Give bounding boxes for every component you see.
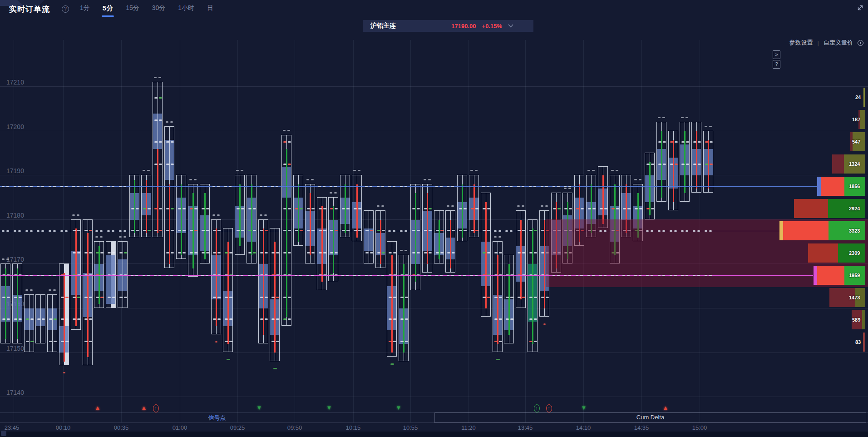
footprint-candle[interactable] [235,175,245,255]
line-volume-text [705,230,707,232]
tab-timeframe-1[interactable]: 5分 [103,4,113,17]
footprint-candle[interactable] [422,184,432,273]
custom-volume-price-button[interactable]: 自定义量价 [824,39,853,47]
footprint-candle[interactable] [469,175,479,237]
delta-text-above [709,126,712,127]
line-volume-text [358,275,360,276]
footprint-candle[interactable] [94,241,104,308]
candle-body-down [87,233,89,357]
footprint-volume-text [681,141,685,143]
signal-marker-sell: ▼ [325,403,333,412]
line-volume-text [365,275,368,276]
line-volume-text [30,230,33,232]
tab-timeframe-3[interactable]: 30分 [152,4,166,17]
footprint-candle[interactable] [691,122,701,193]
tab-timeframe-4[interactable]: 1小时 [178,4,194,17]
footprint-candle[interactable] [399,255,409,361]
param-settings-button[interactable]: 参数设置 [789,39,813,47]
footprint-candle[interactable] [223,228,233,352]
visibility-icon[interactable] [858,40,863,46]
footprint-candle[interactable] [387,241,397,357]
help-icon[interactable]: ? [62,5,69,13]
cum-delta-panel-label[interactable]: Cum Delta [434,414,866,421]
line-volume-text [494,230,497,232]
footprint-candle[interactable] [481,193,491,317]
footprint-candle[interactable] [24,294,34,352]
time-axis-label: 14:10 [576,424,591,431]
footprint-candle[interactable] [59,263,69,365]
footprint-candle[interactable] [445,210,455,273]
footprint-candle[interactable] [375,210,385,268]
footprint-candle[interactable] [176,175,186,259]
footprint-candle[interactable] [141,175,151,237]
footprint-candle[interactable] [200,184,210,264]
expand-icon[interactable] [856,4,864,12]
page-title: 实时订单流 [9,4,50,15]
delta-text-above [587,170,590,171]
footprint-volume-text [89,318,92,320]
footprint-candle[interactable] [164,126,174,268]
footprint-candle[interactable] [340,175,350,237]
footprint-volume-text [623,208,626,209]
footprint-candle[interactable] [352,175,362,241]
candle-body-up [532,228,533,344]
line-volume-text [552,275,555,276]
tab-timeframe-2[interactable]: 15分 [126,4,139,17]
footprint-volume-text [96,297,99,298]
footprint-candle[interactable] [668,131,678,211]
footprint-candle[interactable] [656,122,666,202]
footprint-volume-text [159,141,162,143]
footprint-volume-text [112,252,115,253]
footprint-candle[interactable] [247,175,256,263]
footprint-candle[interactable] [680,122,690,202]
footprint-candle[interactable] [118,241,128,308]
footprint-volume-text [393,252,396,253]
tab-timeframe-0[interactable]: 1分 [80,4,90,17]
footprint-candle[interactable] [493,241,503,352]
hint-button[interactable]: ? [773,60,780,69]
footprint-candle[interactable] [305,184,315,264]
line-volume-text [166,275,168,276]
footprint-volume-text [260,318,263,320]
footprint-candle[interactable] [129,175,139,237]
footprint-volume-text [288,208,291,209]
footprint-candle[interactable] [270,228,280,361]
footprint-candle[interactable] [516,210,526,308]
symbol-selector[interactable]: 沪铅主连 17190.00 +0.15% [363,20,533,32]
line-volume-text [41,275,44,276]
footprint-candle[interactable] [293,175,303,246]
footprint-candle[interactable] [317,197,327,290]
footprint-candle[interactable] [528,219,538,353]
tab-timeframe-5[interactable]: 日 [207,4,213,17]
line-volume-text [627,275,630,276]
footprint-volume-text [182,252,186,253]
footprint-candle[interactable] [598,166,608,228]
line-volume-text [599,275,602,276]
footprint-candle[interactable] [211,219,221,335]
collapse-button[interactable]: > [773,50,780,59]
footprint-candle[interactable] [410,184,420,290]
footprint-candle[interactable] [364,210,374,263]
footprint-candle[interactable] [83,219,93,366]
chart-canvas[interactable]: 1721017200171901718017170171601715017140… [0,0,868,437]
footprint-candle[interactable] [47,294,57,352]
footprint-volume-text [217,297,221,298]
footprint-candle[interactable] [153,82,163,237]
footprint-candle[interactable] [258,219,268,343]
footprint-volume-text [283,141,286,143]
footprint-candle[interactable] [434,210,444,263]
footprint-candle[interactable] [328,197,338,281]
footprint-candle[interactable] [35,294,45,343]
footprint-volume-text [400,297,404,298]
footprint-candle[interactable] [457,175,467,241]
footprint-candle[interactable] [703,131,713,193]
footprint-volume-text [698,164,701,165]
footprint-volume-text [323,252,326,253]
footprint-volume-text [7,318,10,320]
footprint-volume-text [588,208,591,209]
footprint-candle[interactable] [106,241,116,308]
signal-panel-label[interactable]: 信号点 [0,414,434,422]
footprint-candle[interactable] [71,219,81,330]
line-volume-text [498,186,501,187]
footprint-candle[interactable] [504,255,514,343]
